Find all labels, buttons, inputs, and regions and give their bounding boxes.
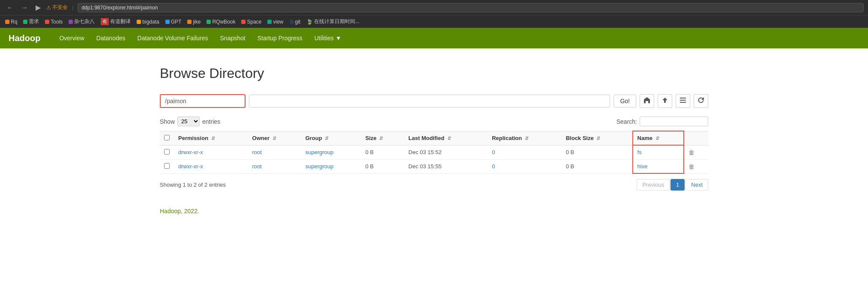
bookmark-git[interactable]: git <box>288 18 302 26</box>
separator: | <box>72 4 73 11</box>
row-last-modified: Dec 03 15:52 <box>404 145 488 159</box>
nav-startup-progress[interactable]: Startup Progress <box>251 29 308 48</box>
row-size: 0 B <box>361 159 404 173</box>
table-row: drwxr-xr-xrootsupergroup0 BDec 03 15:520… <box>160 145 708 159</box>
replication-link[interactable]: 0 <box>492 149 495 155</box>
header-action <box>684 131 708 145</box>
bookmark-dot <box>207 20 211 24</box>
showing-text: Showing 1 to 2 of 2 entries <box>160 182 226 188</box>
svg-rect-2 <box>680 102 686 103</box>
leaf-icon: 🍃 <box>306 19 313 25</box>
row-select-checkbox[interactable] <box>164 163 170 169</box>
chevron-down-icon: ▼ <box>335 35 341 42</box>
warning-icon: ⚠ <box>46 5 51 11</box>
next-button[interactable]: Next <box>685 179 708 191</box>
page-1-button[interactable]: 1 <box>670 179 685 191</box>
previous-button[interactable]: Previous <box>637 179 670 191</box>
nav-snapshot[interactable]: Snapshot <box>214 29 251 48</box>
refresh-button[interactable]: ▶ <box>33 3 43 12</box>
bookmark-dot <box>45 20 49 24</box>
owner-link[interactable]: root <box>252 163 262 170</box>
page-title: Browse Directory <box>160 66 708 81</box>
bookmark-bigdata[interactable]: bigdata <box>135 18 161 26</box>
path-input[interactable] <box>160 94 245 108</box>
bookmark-gpt[interactable]: GPT <box>164 18 183 26</box>
replication-link[interactable]: 0 <box>492 163 495 170</box>
name-link[interactable]: fs <box>638 149 642 155</box>
permission-link[interactable]: drwxr-xr-x <box>178 149 203 155</box>
bookmark-dot <box>137 20 141 24</box>
bookmark-dot <box>23 20 27 24</box>
sort-icon: ⇵ <box>447 136 451 141</box>
select-all-checkbox[interactable] <box>164 135 170 140</box>
path-extension-input[interactable] <box>249 95 610 107</box>
header-size: Size ⇵ <box>361 131 404 145</box>
sort-icon: ⇵ <box>211 136 215 141</box>
group-link[interactable]: supergroup <box>305 149 334 155</box>
nav-overview[interactable]: Overview <box>53 29 90 48</box>
table-header: Permission ⇵ Owner ⇵ Group ⇵ Size ⇵ Last… <box>160 131 708 145</box>
name-link[interactable]: hive <box>638 163 648 170</box>
table-body: drwxr-xr-xrootsupergroup0 BDec 03 15:520… <box>160 145 708 173</box>
bookmark-tools[interactable]: Tools <box>43 18 64 26</box>
header-last-modified: Last Modified ⇵ <box>404 131 488 145</box>
go-button[interactable]: Go! <box>614 95 636 107</box>
svg-rect-0 <box>680 98 686 98</box>
row-delete: 🗑 <box>684 159 708 173</box>
back-button[interactable]: ← <box>4 3 15 12</box>
footer-text: Hadoop, 2022. <box>160 208 199 215</box>
bookmark-view[interactable]: view <box>266 18 285 26</box>
entries-label: entries <box>202 118 220 125</box>
row-name: fs <box>633 145 684 159</box>
row-permission: drwxr-xr-x <box>174 145 248 159</box>
directory-table: Permission ⇵ Owner ⇵ Group ⇵ Size ⇵ Last… <box>160 131 708 174</box>
folder-icon-button[interactable] <box>640 94 654 108</box>
nav-utilities[interactable]: Utilities ▼ <box>308 29 347 48</box>
owner-link[interactable]: root <box>252 149 262 155</box>
path-row: Go! <box>160 94 708 108</box>
row-checkbox <box>160 145 174 159</box>
search-input[interactable] <box>640 116 708 126</box>
delete-icon[interactable]: 🗑 <box>688 149 694 156</box>
sort-icon: ⇵ <box>272 136 276 141</box>
bookmark-space[interactable]: Space <box>239 18 263 26</box>
sort-icon: ⇵ <box>379 136 383 141</box>
row-group: supergroup <box>301 145 361 159</box>
row-last-modified: Dec 03 15:55 <box>404 159 488 173</box>
row-select-checkbox[interactable] <box>164 149 170 155</box>
row-name: hive <box>633 159 684 173</box>
delete-icon[interactable]: 🗑 <box>688 163 694 170</box>
bookmark-dot <box>267 20 272 24</box>
bookmark-jike[interactable]: jike <box>186 18 202 26</box>
youdao-badge: 有 <box>101 18 109 25</box>
bookmark-rqwbook[interactable]: RQwBook <box>205 18 237 26</box>
bookmark-youdao[interactable]: 有 有道翻译 <box>99 17 132 26</box>
header-owner: Owner ⇵ <box>248 131 301 145</box>
list-icon-button[interactable] <box>676 94 690 108</box>
show-select[interactable]: 10 25 50 100 <box>177 116 200 126</box>
up-icon-button[interactable] <box>658 94 672 108</box>
refresh-icon-button[interactable] <box>694 94 708 108</box>
bookmark-demand[interactable]: 需求 <box>21 17 41 26</box>
footer: Hadoop, 2022. <box>160 208 708 215</box>
bookmark-date-calc[interactable]: 🍃 在线计算日期时间... <box>305 17 361 26</box>
row-block-size: 0 B <box>562 159 633 173</box>
browser-chrome: ← → ▶ ⚠ 不安全 | <box>0 0 868 15</box>
bookmark-dot <box>5 20 9 24</box>
address-bar[interactable] <box>78 3 864 12</box>
hadoop-brand: Hadoop <box>9 33 40 43</box>
forward-button[interactable]: → <box>19 3 30 12</box>
header-block-size: Block Size ⇵ <box>562 131 633 145</box>
bookmark-rq[interactable]: Rq <box>3 18 19 26</box>
row-delete: 🗑 <box>684 145 708 159</box>
hadoop-navbar: Hadoop Overview Datanodes Datanode Volum… <box>0 28 868 48</box>
group-link[interactable]: supergroup <box>305 163 334 170</box>
nav-datanodes[interactable]: Datanodes <box>90 29 132 48</box>
show-entries-row: Show 10 25 50 100 entries Search: <box>160 116 708 126</box>
bookmark-misc[interactable]: 杂七杂八 <box>67 17 96 26</box>
permission-link[interactable]: drwxr-xr-x <box>178 163 203 170</box>
nav-datanode-volume-failures[interactable]: Datanode Volume Failures <box>132 29 214 48</box>
pagination-buttons: Previous 1 Next <box>637 179 708 191</box>
show-label: Show <box>160 118 175 125</box>
header-checkbox-col <box>160 131 174 145</box>
